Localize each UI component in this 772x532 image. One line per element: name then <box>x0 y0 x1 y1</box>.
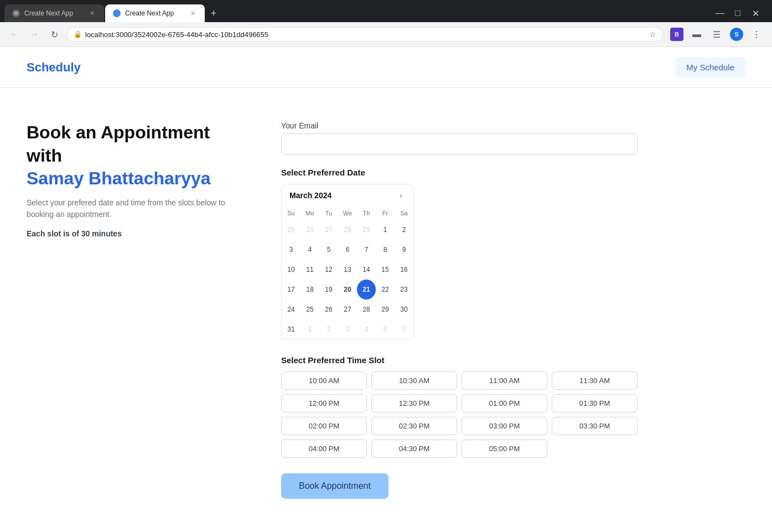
calendar-day[interactable]: 8 <box>376 240 395 260</box>
tab-close-1[interactable]: ✕ <box>87 9 96 18</box>
tab-favicon-1 <box>12 9 20 17</box>
calendar-week-row: 10111213141516 <box>282 260 413 280</box>
calendar-day[interactable]: 17 <box>282 280 300 299</box>
email-input[interactable] <box>281 133 638 154</box>
browser-chrome: Create Next App ✕ Create Next App ✕ + — … <box>0 0 772 47</box>
time-slots-grid: 10:00 AM10:30 AM11:00 AM11:30 AM12:00 PM… <box>281 371 638 458</box>
time-slot[interactable]: 01:00 PM <box>462 394 547 412</box>
calendar-day[interactable]: 2 <box>395 220 413 240</box>
calendar-day[interactable]: 19 <box>319 280 338 299</box>
time-slot[interactable]: 05:00 PM <box>462 440 547 458</box>
day-header-fr: Fr <box>376 206 395 220</box>
time-slot[interactable]: 03:30 PM <box>552 417 638 435</box>
calendar-day[interactable]: 24 <box>282 299 300 319</box>
calendar-day: 6 <box>395 319 413 339</box>
calendar-day[interactable]: 16 <box>395 260 413 280</box>
maximize-button[interactable]: □ <box>730 6 745 21</box>
calendar-day[interactable]: 18 <box>300 280 319 299</box>
url-bar[interactable]: 🔒 localhost:3000/3524002e-6765-44b4-afcc… <box>66 27 664 42</box>
calendar-body: 2526272829123456789101112131415161718192… <box>282 220 413 339</box>
time-slot[interactable]: 02:00 PM <box>281 417 367 435</box>
day-header-th: Th <box>357 206 376 220</box>
calendar-day: 5 <box>376 319 395 339</box>
tab-title-2: Create Next App <box>125 9 184 17</box>
calendar-day[interactable]: 7 <box>357 240 376 260</box>
calendar-day[interactable]: 3 <box>282 240 300 260</box>
forward-button[interactable]: → <box>27 27 42 42</box>
calendar-day[interactable]: 23 <box>395 280 413 299</box>
toolbar-icons: B ▬ ☰ S ⋮ <box>668 25 765 43</box>
tab-favicon-2 <box>113 9 121 17</box>
menu-button[interactable]: ⋮ <box>748 25 765 43</box>
booking-description: Select your prefered date and time from … <box>27 197 237 220</box>
reload-button[interactable]: ↻ <box>46 27 62 42</box>
time-slot[interactable]: 02:30 PM <box>371 417 457 435</box>
calendar-day[interactable]: 4 <box>300 240 319 260</box>
calendar-day-headers: Su Mo Tu We Th Fr Sa <box>282 206 413 220</box>
profile-button[interactable]: S <box>728 25 745 43</box>
browser-tab-1[interactable]: Create Next App ✕ <box>4 4 104 22</box>
time-slot[interactable]: 11:30 AM <box>552 371 638 390</box>
day-header-we: We <box>338 206 357 220</box>
calendar-day[interactable]: 30 <box>395 299 413 319</box>
calendar-day: 29 <box>357 220 376 240</box>
calendar-day[interactable]: 29 <box>376 299 395 319</box>
calendar-day: 27 <box>319 220 338 240</box>
address-bar: ← → ↻ 🔒 localhost:3000/3524002e-6765-44b… <box>0 22 772 47</box>
calendar-next-button[interactable]: › <box>396 190 406 201</box>
day-header-su: Su <box>282 206 300 220</box>
time-slot[interactable]: 12:30 PM <box>371 394 457 412</box>
close-button[interactable]: ✕ <box>748 6 763 21</box>
time-slot[interactable]: 04:00 PM <box>281 440 367 458</box>
tab-close-2[interactable]: ✕ <box>188 9 197 18</box>
calendar-day[interactable]: 15 <box>376 260 395 280</box>
calendar-day[interactable]: 14 <box>357 260 376 280</box>
browser-tab-2[interactable]: Create Next App ✕ <box>105 4 205 22</box>
calendar-day[interactable]: 9 <box>395 240 413 260</box>
calendar-header: March 2024 › <box>282 184 413 206</box>
time-slot[interactable]: 10:00 AM <box>281 371 367 390</box>
calendar-day[interactable]: 12 <box>319 260 338 280</box>
extensions-icon[interactable]: ▬ <box>688 25 706 43</box>
time-slot[interactable]: 03:00 PM <box>462 417 547 435</box>
calendar-month-year: March 2024 <box>289 191 331 200</box>
booking-person-name: Samay Bhattacharyya <box>27 167 237 190</box>
time-slot[interactable]: 04:30 PM <box>371 440 457 458</box>
calendar-day[interactable]: 10 <box>282 260 300 280</box>
calendar-day[interactable]: 25 <box>300 299 319 319</box>
calendar-day[interactable]: 13 <box>338 260 357 280</box>
time-slot[interactable]: 12:00 PM <box>281 394 367 412</box>
calendar-day[interactable]: 31 <box>282 319 300 339</box>
calendar-day[interactable]: 1 <box>376 220 395 240</box>
book-appointment-button[interactable]: Book Appointment <box>281 473 388 499</box>
my-schedule-button[interactable]: My Schedule <box>675 57 745 78</box>
calendar-day[interactable]: 6 <box>338 240 357 260</box>
logo-text-blue: ly <box>70 60 80 74</box>
slot-duration: Each slot is of 30 minutes <box>27 229 237 238</box>
extensions-button[interactable]: B <box>668 25 686 43</box>
bookmark-icon[interactable]: ☆ <box>649 30 656 39</box>
profile-badge: S <box>730 28 743 41</box>
calendar-day: 1 <box>300 319 319 339</box>
calendar-day[interactable]: 11 <box>300 260 319 280</box>
date-section-label: Select Preferred Date <box>281 168 638 177</box>
tab-bar: Create Next App ✕ Create Next App ✕ + — … <box>0 0 772 22</box>
time-slot[interactable]: 01:30 PM <box>552 394 638 412</box>
calendar-day[interactable]: 21 <box>357 280 376 299</box>
calendar-day[interactable]: 27 <box>338 299 357 319</box>
back-button[interactable]: ← <box>7 27 22 42</box>
new-tab-button[interactable]: + <box>206 6 221 21</box>
calendar-day[interactable]: 26 <box>319 299 338 319</box>
calendar-day[interactable]: 28 <box>357 299 376 319</box>
left-panel: Book an Appointment with Samay Bhattacha… <box>27 121 237 499</box>
calendar-day[interactable]: 20 <box>338 280 357 299</box>
sidebar-icon[interactable]: ☰ <box>708 25 726 43</box>
time-slot[interactable]: 10:30 AM <box>371 371 457 390</box>
time-slot[interactable]: 11:00 AM <box>462 371 547 390</box>
calendar-week-row: 31123456 <box>282 319 413 339</box>
calendar-day[interactable]: 22 <box>376 280 395 299</box>
time-section-label: Select Preferred Time Slot <box>281 355 638 365</box>
calendar-day[interactable]: 5 <box>319 240 338 260</box>
minimize-button[interactable]: — <box>712 6 728 21</box>
calendar-day: 2 <box>319 319 338 339</box>
